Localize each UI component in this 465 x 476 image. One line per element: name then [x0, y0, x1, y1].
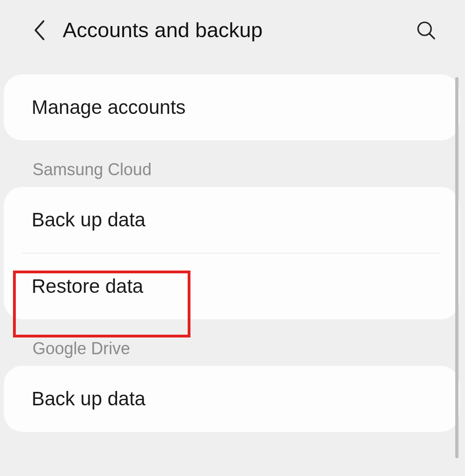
- scrollbar[interactable]: [455, 77, 458, 458]
- search-icon[interactable]: [415, 19, 437, 41]
- section-header-google-drive: Google Drive: [0, 319, 465, 366]
- back-icon[interactable]: [33, 20, 46, 41]
- restore-data-item[interactable]: Restore data: [4, 253, 459, 319]
- page-title: Accounts and backup: [63, 18, 415, 42]
- general-card: Manage accounts: [4, 74, 459, 140]
- manage-accounts-item[interactable]: Manage accounts: [4, 74, 459, 140]
- content: Manage accounts Samsung Cloud Back up da…: [0, 74, 465, 432]
- backup-data-google-item[interactable]: Back up data: [4, 366, 459, 432]
- svg-point-0: [418, 22, 431, 35]
- google-drive-card: Back up data: [4, 366, 459, 432]
- backup-data-samsung-item[interactable]: Back up data: [4, 187, 459, 253]
- header: Accounts and backup: [0, 0, 465, 60]
- section-header-samsung-cloud: Samsung Cloud: [0, 140, 465, 187]
- svg-line-1: [430, 34, 434, 39]
- samsung-cloud-card: Back up data Restore data: [4, 187, 459, 319]
